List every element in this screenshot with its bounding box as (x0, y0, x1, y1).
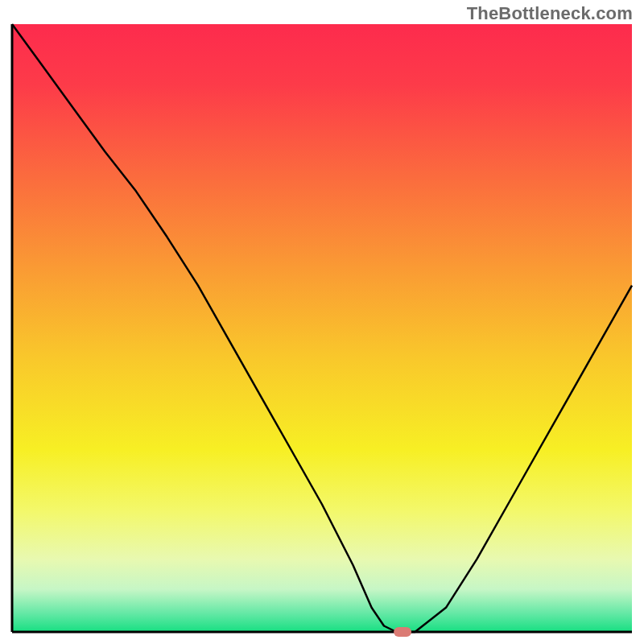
chart-container: TheBottleneck.com (0, 0, 644, 644)
watermark-text: TheBottleneck.com (467, 3, 633, 24)
optimal-marker (394, 627, 411, 637)
bottleneck-chart (0, 0, 644, 644)
chart-background (12, 24, 632, 632)
